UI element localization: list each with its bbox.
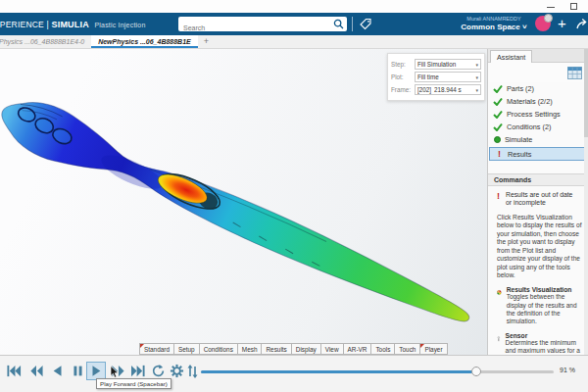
- assistant-step-results[interactable]: ! Results: [489, 147, 586, 161]
- assistant-scrollbar[interactable]: [584, 49, 588, 355]
- assistant-header: Assistant: [488, 49, 588, 63]
- fast-backward-icon: [28, 364, 44, 378]
- share-icon[interactable]: [575, 18, 588, 30]
- document-tab-bar: Physics ...06_4B888B1E4-0 NewPhysics ...…: [0, 35, 588, 49]
- timeline-slider[interactable]: [201, 370, 554, 373]
- plots-table-icon[interactable]: [567, 67, 582, 79]
- tab-physics[interactable]: Physics ...06_4B888B1E4-0: [0, 35, 91, 48]
- loop-icon: [151, 364, 166, 378]
- fast-backward-button[interactable]: [26, 362, 46, 380]
- play-forward-tooltip: Play Forward (Spacebar): [96, 378, 172, 389]
- play-backward-button[interactable]: [48, 362, 68, 380]
- ribbon-tab-view[interactable]: View: [320, 343, 343, 355]
- timeline-slider-thumb[interactable]: [471, 367, 481, 376]
- check-icon: [493, 84, 503, 93]
- step-dropdown[interactable]: Fill Simulation ▾: [415, 59, 481, 70]
- skip-forward-icon: [130, 364, 146, 378]
- space-label: Common Space ˅: [451, 23, 537, 31]
- ribbon-tab-display[interactable]: Display: [291, 343, 320, 355]
- frame-dropdown[interactable]: [202] 218.944 s ▾: [415, 84, 481, 95]
- skip-backward-icon: [6, 364, 22, 378]
- warning-icon: !: [497, 191, 500, 208]
- commands-section-title: Commands: [488, 173, 588, 186]
- play-backward-icon: [51, 364, 65, 378]
- search-icon[interactable]: [333, 19, 344, 29]
- pause-button[interactable]: [68, 362, 87, 380]
- results-visualization-icon: [497, 286, 502, 299]
- play-forward-icon: [89, 364, 103, 378]
- dropdown-arrow-icon: ▾: [475, 74, 478, 80]
- space-selector[interactable]: Murali ANNAMREDDY Common Space ˅: [451, 16, 537, 31]
- mouse-cursor: [110, 366, 120, 378]
- assistant-panel: Assistant Parts (2) Materials (2/2) Proc…: [487, 49, 588, 355]
- pause-icon: [72, 364, 84, 378]
- player-bar: 91 % Play Forward (Spacebar): [0, 355, 588, 392]
- ribbon-tab-standard[interactable]: Standard: [139, 343, 173, 355]
- plot-controls-card: Step: Fill Simulation ▾ Plot: Fill time …: [387, 53, 485, 101]
- dropdown-arrow-icon: ▾: [475, 62, 478, 68]
- ribbon-tab-strip: Standard Setup Conditions Mesh Results D…: [139, 343, 448, 355]
- brand-app-name: Plastic Injection: [94, 22, 145, 28]
- header-divider: [352, 17, 353, 31]
- brand-prefix: XPERIENCE: [0, 20, 44, 29]
- check-icon: [493, 110, 503, 119]
- brand-product: SIMULIA: [51, 20, 88, 29]
- check-icon: [493, 97, 503, 106]
- ribbon-tab-mesh[interactable]: Mesh: [237, 343, 262, 355]
- search-box[interactable]: [178, 17, 347, 31]
- tool-title: Sensor: [506, 332, 584, 339]
- chevron-down-icon: ˅: [522, 23, 527, 31]
- go-to-start-button[interactable]: [4, 362, 24, 380]
- assistant-step-simulate[interactable]: Simulate: [488, 133, 588, 146]
- brand-divider: |: [47, 20, 49, 29]
- maximize-icon[interactable]: [570, 3, 577, 10]
- status-dot-icon: [494, 136, 501, 143]
- results-visualization-command[interactable]: Results Visualization Toggles between th…: [488, 279, 588, 325]
- search-input[interactable]: [178, 22, 327, 34]
- dropdown-arrow-icon: ▾: [475, 87, 478, 93]
- brand-logo: XPERIENCE | SIMULIA Plastic Injection: [0, 20, 146, 29]
- ribbon-tab-player[interactable]: Player: [419, 343, 447, 355]
- sensor-icon: [497, 332, 501, 346]
- up-down-arrows-icon: [186, 364, 199, 379]
- minimize-icon[interactable]: [547, 7, 555, 8]
- results-warning: ! Results are out of date or incomplete: [488, 186, 588, 208]
- tab-newphysics-active[interactable]: NewPhysics ...06_4B888B1E: [91, 35, 198, 48]
- timeline-slider-fill: [201, 370, 476, 373]
- 3d-viewport[interactable]: Step: Fill Simulation ▾ Plot: Fill time …: [0, 49, 487, 355]
- zoom-percent-label: 91 %: [560, 367, 575, 373]
- assistant-step-conditions[interactable]: Conditions (2): [488, 121, 588, 133]
- ribbon-tab-results[interactable]: Results: [261, 343, 290, 355]
- app-header: XPERIENCE | SIMULIA Plastic Injection Mu…: [0, 13, 588, 35]
- check-icon: [493, 122, 503, 131]
- ribbon-tab-touch[interactable]: Touch: [394, 343, 419, 355]
- frame-label: Frame:: [391, 86, 415, 93]
- tag-icon[interactable]: [359, 18, 372, 31]
- assistant-toolbar: [488, 63, 588, 82]
- add-icon[interactable]: +: [558, 15, 566, 31]
- tool-title: Results Visualization: [507, 286, 584, 293]
- window-title-strip: [0, 0, 588, 13]
- assistant-step-parts[interactable]: Parts (2): [488, 82, 588, 95]
- assistant-tab[interactable]: Assistant: [490, 50, 532, 64]
- new-tab-button[interactable]: +: [198, 35, 215, 48]
- plot-label: Plot:: [391, 74, 415, 80]
- ribbon-tab-ar-vr[interactable]: AR-VR: [343, 343, 371, 355]
- avatar[interactable]: [535, 16, 551, 31]
- step-label: Step:: [391, 61, 415, 68]
- plot-dropdown[interactable]: Fill time ▾: [415, 72, 481, 82]
- frame-order-button[interactable]: [182, 362, 202, 380]
- user-name: Murali ANNAMREDDY: [451, 16, 537, 22]
- ribbon-tab-conditions[interactable]: Conditions: [199, 343, 237, 355]
- ribbon-tab-setup[interactable]: Setup: [173, 343, 199, 355]
- assistant-step-process-settings[interactable]: Process Settings: [488, 108, 588, 121]
- toothbrush-body: [0, 88, 479, 343]
- warning-icon: !: [498, 149, 504, 159]
- assistant-step-materials[interactable]: Materials (2/2): [488, 95, 588, 108]
- tool-description: Toggles between the display of the resul…: [507, 293, 584, 325]
- commands-instructions: Click Results Visualization below to dis…: [488, 208, 588, 280]
- ribbon-tab-tools[interactable]: Tools: [370, 343, 394, 355]
